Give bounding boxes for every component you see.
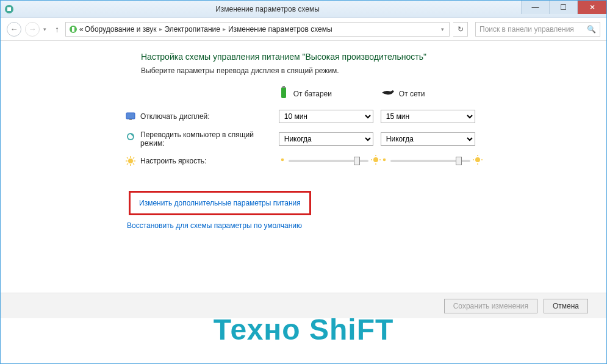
- brightness-high-icon: [473, 155, 483, 166]
- svg-point-18: [281, 159, 284, 162]
- back-button[interactable]: ←: [7, 22, 21, 37]
- breadcrumb-item[interactable]: Оборудование и звук: [85, 25, 157, 34]
- advanced-settings-highlight: Изменить дополнительные параметры питани…: [129, 191, 311, 215]
- page-subtext: Выберите параметры перевода дисплея в сп…: [141, 66, 483, 75]
- page-heading: Настройка схемы управления питанием "Выс…: [141, 52, 483, 62]
- svg-line-17: [127, 163, 128, 165]
- chevron-right-icon: ▸: [158, 26, 163, 32]
- brightness-high-icon: [371, 155, 381, 166]
- sleep-battery-select[interactable]: Никогда: [279, 132, 373, 146]
- breadcrumb-leading: «: [79, 25, 84, 34]
- display-off-battery-select[interactable]: 10 мин: [279, 110, 373, 123]
- maximize-button[interactable]: ☐: [549, 1, 577, 14]
- sleep-ac-select[interactable]: Никогда: [381, 132, 475, 146]
- advanced-settings-link[interactable]: Изменить дополнительные параметры питани…: [139, 199, 301, 207]
- ac-column-label: От сети: [399, 90, 425, 98]
- navigation-bar: ← → ▾ ↑ « Оборудование и звук ▸ Электроп…: [1, 18, 606, 41]
- window-title: Изменение параметров схемы: [14, 5, 521, 13]
- minimize-button[interactable]: —: [521, 1, 549, 14]
- battery-icon: [279, 86, 289, 101]
- brightness-low-icon: [279, 156, 286, 165]
- svg-rect-1: [7, 7, 11, 11]
- svg-line-15: [133, 163, 134, 165]
- chevron-right-icon: ▸: [221, 26, 227, 32]
- brightness-label: Настроить яркость:: [140, 157, 206, 165]
- plug-icon: [381, 88, 394, 99]
- brightness-icon: [126, 156, 135, 166]
- svg-point-24: [383, 159, 386, 162]
- brightness-battery-slider[interactable]: [289, 160, 368, 162]
- sleep-label: Переводить компьютер в спящий режим:: [140, 130, 268, 148]
- battery-column-label: От батареи: [293, 90, 332, 98]
- display-off-label: Отключать дисплей:: [140, 112, 210, 121]
- restore-defaults-link[interactable]: Восстановить для схемы параметры по умол…: [127, 221, 302, 230]
- control-panel-icon: [68, 24, 78, 34]
- svg-rect-6: [126, 113, 135, 119]
- svg-point-19: [373, 157, 378, 162]
- search-input[interactable]: Поиск в панели управления 🔍: [475, 22, 600, 37]
- svg-line-16: [133, 157, 134, 159]
- svg-line-14: [127, 157, 128, 159]
- svg-rect-4: [281, 87, 286, 98]
- sleep-icon: [126, 132, 135, 141]
- brightness-low-icon: [381, 156, 388, 165]
- display-icon: [126, 112, 135, 121]
- up-button[interactable]: ↑: [52, 24, 62, 34]
- cancel-button[interactable]: Отмена: [544, 299, 588, 313]
- close-button[interactable]: ✕: [577, 1, 606, 14]
- titlebar: Изменение параметров схемы — ☐ ✕: [1, 1, 606, 18]
- svg-rect-5: [282, 86, 285, 88]
- breadcrumb-item[interactable]: Изменение параметров схемы: [228, 25, 332, 34]
- power-options-icon: [4, 4, 14, 14]
- breadcrumb-dropdown-icon[interactable]: ▾: [441, 26, 447, 32]
- history-dropdown-icon[interactable]: ▾: [43, 26, 46, 32]
- watermark-text: Техно ShiFT: [1, 313, 606, 346]
- save-button[interactable]: Сохранить изменения: [444, 299, 537, 313]
- svg-rect-7: [129, 119, 132, 120]
- breadcrumb-item[interactable]: Электропитание: [165, 25, 220, 34]
- svg-rect-3: [72, 27, 74, 32]
- search-icon: 🔍: [587, 25, 596, 34]
- search-placeholder: Поиск в панели управления: [479, 25, 574, 34]
- refresh-button[interactable]: ↻: [453, 22, 468, 37]
- brightness-ac-slider[interactable]: [390, 160, 470, 162]
- breadcrumb-bar[interactable]: « Оборудование и звук ▸ Электропитание ▸…: [65, 22, 450, 37]
- svg-point-9: [128, 159, 133, 163]
- forward-button[interactable]: →: [25, 22, 40, 37]
- display-off-ac-select[interactable]: 15 мин: [381, 110, 475, 123]
- svg-point-25: [475, 157, 480, 162]
